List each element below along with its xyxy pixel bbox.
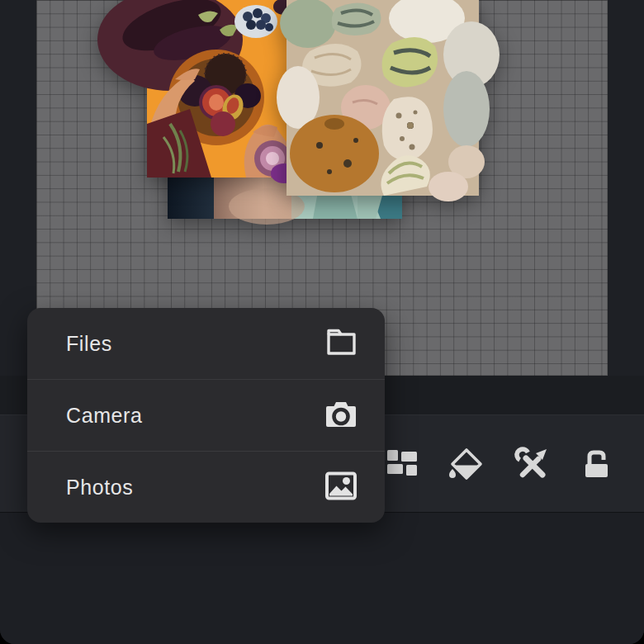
bottom-bar: MULTI × 4,25 IN 600 DPI — [0, 512, 644, 644]
collage-layout-button[interactable] — [379, 442, 425, 488]
menu-item-photos[interactable]: Photos — [27, 451, 385, 523]
camera-icon — [323, 395, 359, 435]
photos-icon — [323, 467, 359, 507]
collage-icon — [384, 446, 420, 485]
app-screen: MULTI × 4,25 IN 600 DPI Files Camera — [0, 0, 644, 644]
fruit-photo[interactable] — [147, 0, 286, 178]
background-fill-button[interactable] — [442, 442, 488, 488]
folder-icon — [323, 324, 359, 363]
menu-item-label: Camera — [66, 404, 143, 428]
stones-photo[interactable] — [286, 0, 479, 196]
menu-item-label: Photos — [66, 476, 133, 500]
paint-bucket-icon — [447, 446, 483, 485]
lock-button[interactable] — [572, 442, 618, 488]
menu-item-files[interactable]: Files — [27, 308, 385, 379]
unlock-icon — [577, 446, 613, 485]
tools-icon — [514, 446, 550, 485]
menu-item-label: Files — [66, 332, 112, 356]
menu-item-camera[interactable]: Camera — [27, 379, 385, 451]
add-source-menu: Files Camera Photos — [27, 308, 385, 523]
tools-button[interactable] — [509, 442, 555, 488]
